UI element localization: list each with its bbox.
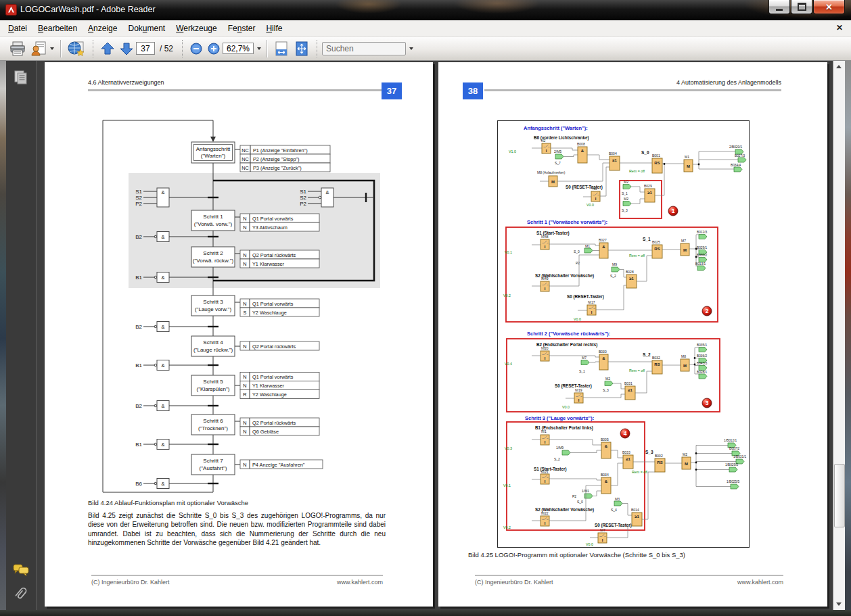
label: N — [243, 301, 246, 307]
label: B034 — [601, 473, 609, 477]
and-gate-label: & — [161, 442, 164, 448]
menu-werkzeuge[interactable]: Werkzeuge — [170, 22, 222, 35]
figure-caption: Bild 4.24 Ablauf-Funktionsplan mit optio… — [88, 499, 248, 506]
label: M2 — [683, 452, 687, 456]
label: ≥1 — [647, 191, 652, 195]
pages-panel-icon[interactable] — [12, 69, 30, 87]
highlight-box — [507, 339, 720, 412]
label: ("Ausfahrt") — [200, 465, 227, 471]
section-schritt-1: Schritt 1 ("Vorwäsche vorwärts"): S1 (St… — [503, 219, 718, 322]
initial-step-box: Anfangsschritt ("Warten") — [191, 142, 235, 163]
maximize-button[interactable] — [791, 0, 812, 14]
label: 2/M5 — [554, 149, 561, 153]
label: Q2 Portal rückwärts — [252, 420, 296, 426]
minimize-button[interactable] — [768, 0, 790, 14]
attachments-panel-icon[interactable] — [12, 585, 30, 602]
page-number-input[interactable] — [136, 42, 155, 55]
label: Q1 Portal vorwärts — [252, 374, 294, 380]
label: ("Warten") — [201, 153, 226, 159]
label: N — [243, 224, 246, 231]
title-bar[interactable]: LOGOCarWash.pdf - Adobe Reader ✕ — [0, 0, 851, 21]
transition: B2 & — [135, 322, 218, 332]
label: Schritt 3 — [203, 299, 223, 305]
label: M8 (Anlaufmerker) — [537, 170, 566, 174]
zoom-dropdown-button[interactable] — [254, 42, 262, 55]
label: S_1 — [579, 369, 585, 373]
zoom-in-button[interactable] — [205, 39, 223, 58]
toolbar-separator — [317, 40, 317, 57]
label: Rem = off — [629, 369, 645, 373]
toolbar-separator — [267, 40, 267, 57]
navigation-sidebar — [6, 61, 37, 610]
scrolling-mode-button[interactable] — [271, 39, 292, 58]
footer-rule — [475, 575, 783, 576]
online-services-button[interactable] — [65, 39, 88, 58]
label: M — [687, 164, 690, 168]
label: M7 — [582, 356, 586, 360]
label: 1/M9 — [556, 446, 564, 450]
label: S_7 — [555, 161, 561, 165]
label: RS — [654, 161, 660, 165]
label: B1 — [135, 275, 142, 281]
label: V0.1 — [505, 250, 512, 254]
label: V0.2 — [503, 525, 511, 529]
label: S_2 — [554, 457, 560, 461]
page-width-icon — [273, 41, 290, 57]
scroll-up-button[interactable] — [833, 62, 844, 72]
zoom-level-field[interactable]: 62,7% — [223, 43, 254, 54]
label: ("Vorwä. vorw.") — [194, 221, 233, 227]
previous-page-button[interactable] — [98, 39, 117, 58]
vertical-scrollbar[interactable] — [833, 61, 845, 610]
comments-panel-icon[interactable] — [12, 561, 30, 579]
fit-page-icon — [294, 41, 310, 57]
label: Y3 Aktivschaum — [252, 224, 288, 231]
label: S2 — [135, 195, 142, 201]
label: ≥1 — [612, 158, 617, 162]
running-header: 4.6 Alternativverzweigungen — [88, 79, 164, 86]
label: P2 — [576, 261, 580, 265]
label: V0.0 — [574, 317, 581, 321]
body-paragraph: Bild 4.25 zeigt zunächst die Schritte S_… — [88, 511, 386, 547]
menu-bearbeiten[interactable]: Bearbeiten — [32, 22, 83, 35]
label: V0.0 — [562, 405, 570, 409]
menubar-close-icon[interactable]: ✕ — [836, 23, 843, 32]
figure-4-25-frame: Anfangsschritt ("Warten"): B6 (vordere L… — [497, 120, 750, 548]
footer-copyright: (C) Ingenieurbüro Dr. Kahlert — [91, 579, 170, 586]
print-button[interactable] — [7, 39, 28, 58]
menu-anzeige[interactable]: Anzeige — [83, 22, 122, 35]
menu-dokument[interactable]: Dokument — [122, 22, 170, 35]
menu-datei[interactable]: Datei — [3, 22, 32, 35]
page-total-label: / 52 — [160, 44, 173, 53]
fullscreen-mode-button[interactable] — [292, 39, 312, 58]
label: B027/3 — [735, 154, 745, 158]
label: Schritt 4 — [203, 339, 223, 346]
label: Q1 Portal vorwärts — [252, 216, 294, 222]
label: ("Trocknen") — [198, 425, 228, 431]
zoom-out-button[interactable] — [187, 39, 205, 58]
figure-caption: Bild 4.25 LOGO!-Programm mit optionaler … — [468, 551, 685, 559]
label: S_0 — [641, 150, 649, 155]
label: S_1 — [622, 191, 628, 195]
and-gate-label: & — [161, 362, 164, 369]
zoom-dropdown-arrow — [257, 47, 261, 50]
collaborate-button[interactable] — [28, 39, 56, 58]
scroll-down-button[interactable] — [833, 599, 844, 609]
search-input[interactable] — [322, 42, 406, 55]
and-gate-label: & — [161, 481, 164, 487]
maximize-icon — [798, 3, 806, 11]
close-icon: ✕ — [825, 3, 833, 11]
scrollbar-thumb[interactable] — [834, 464, 845, 527]
search-dropdown-button[interactable] — [406, 42, 415, 55]
label: N — [243, 216, 246, 222]
menu-hilfe[interactable]: Hilfe — [260, 22, 288, 35]
label: Y2 Waschlauge — [252, 392, 287, 398]
close-button[interactable]: ✕ — [813, 0, 845, 14]
footer-url: www.kahlert.com — [337, 579, 383, 586]
label: NC — [242, 156, 249, 162]
menu-fenster[interactable]: Fenster — [223, 22, 261, 35]
person-document-icon — [30, 41, 48, 57]
label: Anfangsschritt — [196, 146, 231, 152]
next-page-button[interactable] — [117, 39, 136, 58]
label: B027 — [599, 238, 607, 242]
label: B028 — [626, 270, 634, 274]
